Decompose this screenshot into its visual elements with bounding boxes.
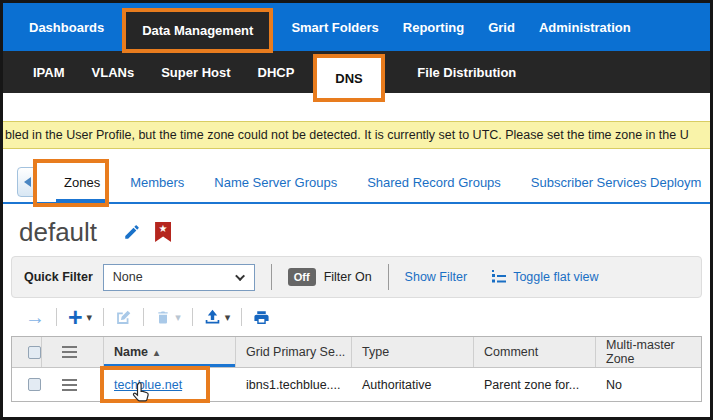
checkbox-icon[interactable] bbox=[28, 378, 41, 391]
tab-zones[interactable]: Zones bbox=[64, 161, 100, 203]
row-name-cell: techblue.net bbox=[104, 368, 236, 401]
tab-scroll-left-button[interactable] bbox=[17, 167, 37, 197]
subnav-dhcp[interactable]: DHCP bbox=[258, 65, 295, 80]
divider bbox=[143, 308, 144, 326]
tab-members[interactable]: Members bbox=[130, 161, 184, 203]
column-label: Name bbox=[114, 345, 148, 359]
divider bbox=[271, 264, 272, 290]
subnav-file-distribution[interactable]: File Distribution bbox=[417, 65, 516, 80]
row-checkbox-cell[interactable] bbox=[12, 368, 42, 401]
filter-on-label: Filter On bbox=[324, 270, 372, 284]
trash-icon bbox=[155, 309, 171, 326]
row-menu-cell[interactable] bbox=[42, 368, 104, 401]
action-toolbar: → + ▾ ▾ ▾ bbox=[3, 298, 710, 334]
nav-data-management[interactable]: Data Management bbox=[122, 8, 273, 53]
show-filter-link[interactable]: Show Filter bbox=[405, 270, 468, 284]
nav-dashboards[interactable]: Dashboards bbox=[17, 20, 116, 35]
sub-nav: IPAM VLANs Super Host DHCP File Distribu… bbox=[3, 51, 710, 93]
cell-value: No bbox=[606, 378, 622, 392]
tab-shared-record-groups[interactable]: Shared Record Groups bbox=[367, 161, 501, 203]
edit-button[interactable] bbox=[115, 309, 132, 326]
bookmark-button[interactable]: ★ bbox=[155, 222, 171, 242]
toggle-flat-view-link[interactable]: Toggle flat view bbox=[513, 270, 598, 284]
tab-subscriber-services[interactable]: Subscriber Services Deploym bbox=[531, 161, 702, 203]
go-arrow-icon: → bbox=[25, 308, 45, 326]
column-header-grid-primary[interactable]: Grid Primary Se... bbox=[236, 337, 352, 367]
chevron-down-icon bbox=[235, 271, 245, 281]
row-grid-primary-cell: ibns1.techblue.... bbox=[236, 368, 352, 401]
column-label: Multi-master Zone bbox=[606, 338, 701, 366]
subnav-ipam[interactable]: IPAM bbox=[33, 65, 65, 80]
filter-state-badge[interactable]: Off bbox=[288, 268, 316, 286]
header-select-all[interactable] bbox=[12, 337, 42, 367]
sort-asc-icon: ▴ bbox=[154, 347, 159, 358]
caret-down-icon: ▾ bbox=[225, 311, 231, 324]
cell-value: Authoritative bbox=[362, 378, 431, 392]
go-to-button[interactable]: → bbox=[25, 308, 45, 326]
subnav-vlans[interactable]: VLANs bbox=[92, 65, 135, 80]
cell-value: ibns1.techblue.... bbox=[246, 378, 341, 392]
column-header-name[interactable]: Name ▴ bbox=[104, 337, 236, 367]
timezone-warning-text: bled in the User Profile, but the time z… bbox=[5, 128, 689, 142]
divider bbox=[192, 308, 193, 326]
quick-filter-select[interactable]: None bbox=[103, 264, 255, 291]
quick-filter-selected-value: None bbox=[113, 270, 143, 284]
divider bbox=[103, 308, 104, 326]
view-title-row: default ★ bbox=[3, 204, 710, 254]
caret-down-icon: ▾ bbox=[175, 311, 181, 324]
print-button[interactable] bbox=[253, 309, 270, 326]
tab-strip: Zones Members Name Server Groups Shared … bbox=[3, 162, 710, 204]
subnav-dns-highlighted[interactable]: DNS bbox=[313, 54, 385, 102]
quick-filter-bar: Quick Filter None Off Filter On Show Fil… bbox=[11, 256, 702, 298]
nav-administration[interactable]: Administration bbox=[527, 20, 643, 35]
subnav-super-host[interactable]: Super Host bbox=[161, 65, 230, 80]
top-nav: Dashboards Data Management Smart Folders… bbox=[3, 3, 710, 51]
quick-filter-label: Quick Filter bbox=[24, 270, 93, 284]
edit-icon bbox=[115, 309, 132, 326]
pencil-icon bbox=[123, 223, 141, 241]
nav-smart-folders[interactable]: Smart Folders bbox=[279, 20, 390, 35]
bookmark-star-glyph: ★ bbox=[159, 222, 168, 242]
nav-reporting[interactable]: Reporting bbox=[391, 20, 476, 35]
column-label: Grid Primary Se... bbox=[246, 345, 345, 359]
tab-name-server-groups[interactable]: Name Server Groups bbox=[214, 161, 337, 203]
edit-view-button[interactable] bbox=[123, 223, 141, 241]
bookmark-icon: ★ bbox=[155, 222, 171, 242]
flat-view-icon bbox=[491, 270, 507, 285]
plus-icon: + bbox=[68, 308, 83, 326]
hamburger-icon bbox=[62, 346, 77, 358]
add-button[interactable]: + ▾ bbox=[68, 308, 92, 326]
column-header-multi-master[interactable]: Multi-master Zone bbox=[596, 337, 701, 367]
hamburger-icon bbox=[62, 379, 77, 391]
delete-button[interactable]: ▾ bbox=[155, 309, 181, 326]
column-header-comment[interactable]: Comment bbox=[474, 337, 596, 367]
upload-icon bbox=[204, 309, 221, 326]
row-type-cell: Authoritative bbox=[352, 368, 474, 401]
app-window: Dashboards Data Management Smart Folders… bbox=[0, 0, 713, 420]
divider bbox=[241, 308, 242, 326]
table-header-row: Name ▴ Grid Primary Se... Type Comment M… bbox=[12, 337, 701, 368]
chevron-left-icon bbox=[24, 177, 31, 187]
page-title: default bbox=[19, 217, 97, 248]
checkbox-icon[interactable] bbox=[28, 346, 41, 359]
printer-icon bbox=[253, 309, 270, 326]
header-row-menu[interactable] bbox=[42, 337, 104, 367]
upload-button[interactable]: ▾ bbox=[204, 309, 231, 326]
divider bbox=[388, 264, 389, 290]
row-comment-cell: Parent zone for... bbox=[474, 368, 596, 401]
zones-table: Name ▴ Grid Primary Se... Type Comment M… bbox=[11, 336, 702, 402]
nav-grid[interactable]: Grid bbox=[476, 20, 527, 35]
table-row[interactable]: techblue.net ibns1.techblue.... Authorit… bbox=[12, 368, 701, 401]
timezone-warning-banner: bled in the User Profile, but the time z… bbox=[3, 121, 710, 149]
caret-down-icon: ▾ bbox=[87, 311, 93, 324]
row-multi-master-cell: No bbox=[596, 368, 701, 401]
column-label: Comment bbox=[484, 345, 538, 359]
divider bbox=[56, 308, 57, 326]
cell-value: Parent zone for... bbox=[484, 378, 579, 392]
mouse-cursor-hand-icon bbox=[130, 381, 151, 409]
column-label: Type bbox=[362, 345, 389, 359]
column-header-type[interactable]: Type bbox=[352, 337, 474, 367]
